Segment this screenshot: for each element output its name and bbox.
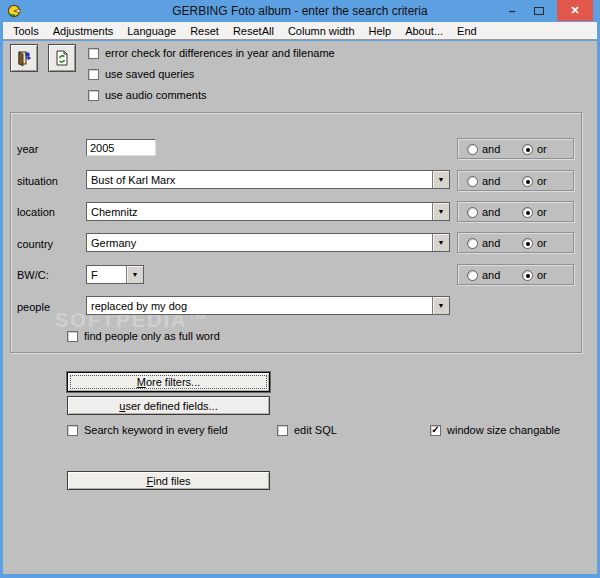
radio-label: or (537, 206, 547, 218)
radio-label: or (537, 269, 547, 281)
checkbox-search-keyword[interactable]: Search keyword in every field (67, 424, 228, 436)
radio-label: and (482, 237, 500, 249)
radio-circle[interactable] (467, 176, 478, 187)
radio-and[interactable]: and (467, 143, 500, 155)
dropdown-arrow-icon[interactable]: ▼ (432, 297, 449, 314)
checkmark-icon: ✓ (431, 425, 439, 435)
menu-bar: Tools Adjustments Language Reset ResetAl… (3, 22, 597, 40)
situation-label: situation (17, 175, 58, 187)
year-input[interactable] (86, 139, 156, 156)
menu-item-reset[interactable]: Reset (183, 23, 226, 39)
exit-button[interactable] (10, 44, 38, 72)
checkbox-label: use audio comments (105, 89, 207, 101)
close-button[interactable]: ✕ (557, 0, 593, 21)
exit-door-icon (15, 49, 33, 67)
location-label: location (17, 206, 55, 218)
checkbox-use-saved-queries[interactable]: use saved queries (88, 68, 194, 80)
andor-group-location: and or (457, 201, 574, 222)
checkbox-box[interactable] (277, 425, 288, 436)
menu-item-language[interactable]: Language (120, 23, 183, 39)
checkbox-box[interactable]: ✓ (430, 425, 441, 436)
menu-item-help[interactable]: Help (362, 23, 399, 39)
radio-or[interactable]: or (522, 143, 547, 155)
country-label: country (17, 238, 53, 250)
radio-or[interactable]: or (522, 237, 547, 249)
checkbox-box[interactable] (67, 425, 78, 436)
checkbox-label: window size changable (447, 424, 560, 436)
menu-item-about[interactable]: About... (398, 23, 450, 39)
radio-circle[interactable] (522, 238, 533, 249)
radio-circle[interactable] (522, 207, 533, 218)
dropdown-value: F (91, 269, 98, 281)
radio-label: or (537, 237, 547, 249)
checkbox-window-size-changable[interactable]: ✓ window size changable (430, 424, 560, 436)
radio-circle[interactable] (467, 144, 478, 155)
checkbox-label: edit SQL (294, 424, 337, 436)
dropdown-value: Bust of Karl Marx (91, 174, 175, 186)
radio-and[interactable]: and (467, 175, 500, 187)
dropdown-value: Germany (91, 237, 136, 249)
bwc-dropdown[interactable]: F ▼ (86, 265, 144, 284)
button-label: ind files (153, 475, 190, 487)
radio-and[interactable]: and (467, 269, 500, 281)
radio-and[interactable]: and (467, 237, 500, 249)
dropdown-value: replaced by my dog (91, 300, 187, 312)
menu-item-resetall[interactable]: ResetAll (226, 23, 281, 39)
radio-circle[interactable] (522, 270, 533, 281)
dropdown-value: Chemnitz (91, 206, 137, 218)
dropdown-arrow-icon[interactable]: ▼ (432, 171, 449, 188)
app-window: GERBING Foto album - enter the search cr… (0, 0, 600, 578)
people-label: people (17, 301, 50, 313)
checkbox-label: find people only as full word (84, 330, 220, 342)
radio-label: and (482, 206, 500, 218)
minimize-button[interactable]: – (500, 0, 524, 21)
checkbox-find-people-full-word[interactable]: find people only as full word (67, 330, 220, 342)
radio-circle[interactable] (467, 238, 478, 249)
maximize-icon (534, 7, 544, 15)
radio-circle[interactable] (522, 176, 533, 187)
find-files-button[interactable]: Find files (67, 471, 270, 490)
checkbox-edit-sql[interactable]: edit SQL (277, 424, 337, 436)
more-filters-button[interactable]: More filters... (67, 372, 270, 392)
checkbox-box[interactable] (88, 69, 99, 80)
year-label: year (17, 143, 38, 155)
checkbox-box[interactable] (67, 331, 78, 342)
country-dropdown[interactable]: Germany ▼ (86, 233, 450, 252)
radio-circle[interactable] (467, 270, 478, 281)
menu-item-adjustments[interactable]: Adjustments (46, 23, 121, 39)
checkbox-box[interactable] (88, 48, 99, 59)
dropdown-arrow-icon[interactable]: ▼ (432, 203, 449, 220)
button-label: ser defined fields... (125, 400, 217, 412)
situation-dropdown[interactable]: Bust of Karl Marx ▼ (86, 170, 450, 189)
menu-item-end[interactable]: End (450, 23, 484, 39)
radio-or[interactable]: or (522, 269, 547, 281)
refresh-button[interactable] (48, 44, 76, 72)
menu-item-tools[interactable]: Tools (6, 23, 46, 39)
radio-label: or (537, 175, 547, 187)
dropdown-arrow-icon[interactable]: ▼ (432, 234, 449, 251)
people-dropdown[interactable]: replaced by my dog ▼ (86, 296, 450, 315)
minimize-icon: – (509, 4, 516, 18)
checkbox-error-check[interactable]: error check for differences in year and … (88, 47, 335, 59)
titlebar[interactable]: GERBING Foto album - enter the search cr… (0, 0, 600, 22)
user-defined-fields-button[interactable]: user defined fields... (67, 396, 270, 415)
andor-group-country: and or (457, 232, 574, 253)
button-label: ore filters... (146, 376, 200, 388)
checkbox-box[interactable] (88, 90, 99, 101)
page-refresh-icon (53, 49, 71, 67)
button-accel: M (137, 376, 146, 388)
maximize-button[interactable] (527, 0, 551, 21)
andor-group-year: and or (457, 138, 574, 159)
radio-label: and (482, 269, 500, 281)
checkbox-use-audio-comments[interactable]: use audio comments (88, 89, 207, 101)
radio-or[interactable]: or (522, 175, 547, 187)
radio-circle[interactable] (522, 144, 533, 155)
andor-group-bwc: and or (457, 264, 574, 285)
menu-item-column-width[interactable]: Column width (281, 23, 362, 39)
dropdown-arrow-icon[interactable]: ▼ (126, 266, 143, 283)
checkbox-label: Search keyword in every field (84, 424, 228, 436)
radio-and[interactable]: and (467, 206, 500, 218)
location-dropdown[interactable]: Chemnitz ▼ (86, 202, 450, 221)
radio-circle[interactable] (467, 207, 478, 218)
radio-or[interactable]: or (522, 206, 547, 218)
